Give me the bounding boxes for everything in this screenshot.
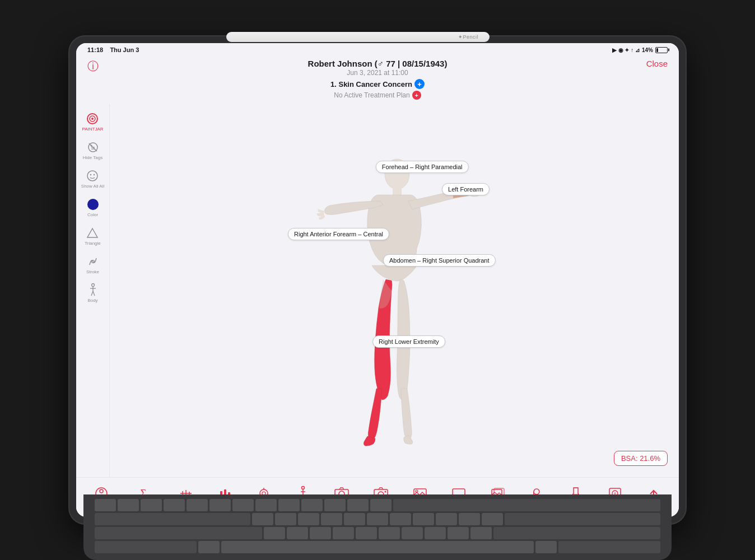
close-button[interactable]: Close (646, 59, 668, 68)
svg-point-14 (91, 284, 94, 287)
device-screen: 11:18 Thu Jun 3 ▶ ◉ ✦ ↑ ⊿ 14% ⓘ Robert J… (76, 43, 679, 517)
stroke-label: Stroke (86, 269, 99, 274)
annotation-forehead[interactable]: Forehead – Right Paramedial (376, 161, 469, 173)
hide-tags-label: Hide Tags (83, 155, 102, 160)
left-toolbar: PAINTJAR Hide Tags (76, 104, 110, 477)
svg-point-11 (87, 199, 99, 210)
tag-icon (86, 141, 100, 154)
svg-rect-53 (574, 488, 578, 488)
toolbar-body[interactable]: Body (84, 281, 102, 305)
treatment-text: No Active Treatment Plan (334, 91, 409, 99)
svg-point-9 (90, 174, 91, 175)
triangle-label: Triangle (85, 241, 101, 246)
color-label: Color (87, 212, 98, 217)
status-time: 11:18 Thu Jun 3 (87, 46, 139, 53)
svg-point-8 (87, 171, 97, 181)
patient-name: Robert Johnson (♂ 77 | 08/15/1943) (110, 59, 645, 68)
ipad-device: ✦Pencil 11:18 Thu Jun 3 ▶ ◉ ✦ ↑ ⊿ 14% ⓘ … (69, 36, 686, 524)
show-all-label: Show All All (81, 184, 104, 189)
annotation-right-forearm[interactable]: Right Anterior Forearm – Central (288, 228, 389, 240)
target-icon (86, 112, 99, 125)
paintjar-label: PAINTJAR (82, 127, 103, 132)
body-icon (86, 283, 100, 297)
patient-header: ⓘ Robert Johnson (♂ 77 | 08/15/1943) Jun… (76, 57, 679, 104)
pencil-brand: ✦Pencil (458, 34, 478, 40)
face-icon (86, 169, 99, 183)
svg-point-23 (100, 489, 103, 493)
visit-date: Jun 3, 2021 at 11:00 (110, 69, 645, 77)
add-treatment-button[interactable]: + (412, 91, 421, 100)
treatment-row: No Active Treatment Plan + (110, 91, 645, 100)
toolbar-hide-tags[interactable]: Hide Tags (81, 138, 105, 162)
svg-line-17 (91, 291, 93, 296)
add-concern-button[interactable]: + (414, 79, 425, 89)
body-figure: Forehead – Right Paramedial Left Forearm… (305, 145, 484, 436)
svg-point-47 (416, 490, 418, 492)
bsa-badge: BSA: 21.6% (614, 451, 668, 466)
svg-point-45 (384, 491, 386, 492)
annotation-left-forearm[interactable]: Left Forearm (442, 183, 490, 195)
svg-point-10 (94, 174, 95, 175)
svg-marker-12 (87, 228, 97, 237)
toolbar-color[interactable]: Color (84, 195, 102, 220)
main-content: PAINTJAR Hide Tags (76, 104, 679, 477)
annotation-lower-extremity[interactable]: Right Lower Extremity (372, 335, 445, 348)
annotation-abdomen[interactable]: Abdomen – Right Superior Quadrant (383, 254, 496, 267)
color-circle-icon (86, 198, 100, 211)
status-bar: 11:18 Thu Jun 3 ▶ ◉ ✦ ↑ ⊿ 14% (76, 43, 679, 57)
info-button[interactable]: ⓘ (87, 59, 99, 74)
stroke-icon (86, 255, 100, 268)
toolbar-paintjar[interactable]: PAINTJAR (80, 110, 105, 134)
svg-point-2 (91, 118, 94, 120)
battery-icon (655, 47, 668, 53)
status-indicators: ▶ ◉ ✦ ↑ ⊿ 14% (612, 47, 668, 53)
keyboard (83, 494, 672, 560)
svg-point-51 (534, 489, 539, 494)
body-canvas: Forehead – Right Paramedial Left Forearm… (110, 104, 679, 477)
apple-pencil: ✦Pencil (226, 32, 490, 42)
toolbar-show-all[interactable]: Show All All (79, 167, 106, 191)
svg-point-5 (90, 145, 92, 147)
body-label: Body (87, 298, 97, 303)
triangle-icon (86, 226, 99, 240)
svg-rect-20 (393, 187, 402, 195)
svg-line-18 (93, 291, 95, 296)
toolbar-stroke[interactable]: Stroke (84, 253, 102, 277)
svg-point-56 (614, 492, 616, 494)
concern-row: 1. Skin Cancer Concern + (110, 79, 645, 89)
svg-point-36 (301, 486, 304, 489)
concern-text: 1. Skin Cancer Concern (330, 80, 412, 88)
toolbar-triangle[interactable]: Triangle (82, 224, 103, 248)
